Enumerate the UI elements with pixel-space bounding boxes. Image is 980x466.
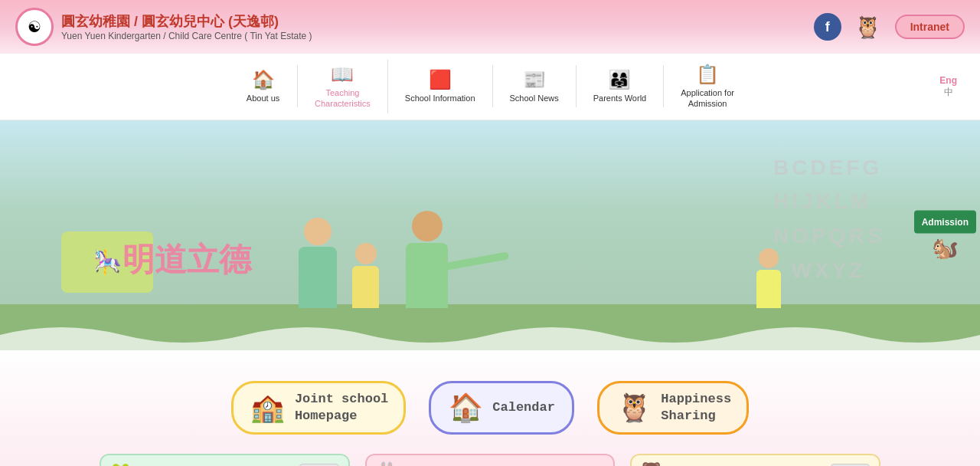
nav-item-school-info[interactable]: 🟥 School Information (388, 65, 493, 107)
below-hero-section: 🏫 Joint schoolHomepage 🏠 Calendar 🦉 Happ… (0, 350, 980, 466)
nav-item-parents-world[interactable]: 👨‍👩‍👧 Parents World (577, 65, 665, 107)
video-header-left: 🐰 Video (376, 461, 434, 466)
squirrel-icon: 🐿️ (932, 235, 959, 260)
hero-banner: BCDEFG HIJKLM NOPQRS WXYZ (0, 120, 980, 350)
school-news-icon: 📰 (523, 69, 546, 90)
logo-title: 圓玄幼稚園 / 圓玄幼兒中心 (天逸邨) (61, 12, 312, 31)
photos-panel: 🐻 Photos More... 📷 📷 📷 (630, 454, 880, 466)
school-info-label: School Information (405, 93, 475, 103)
logo-area: ☯ 圓玄幼稚園 / 圓玄幼兒中心 (天逸邨) Yuen Yuen Kinderg… (15, 8, 312, 46)
about-us-label: About us (247, 93, 279, 103)
about-us-icon: 🏠 (252, 69, 275, 90)
quick-links-row: 🏫 Joint schoolHomepage 🏠 Calendar 🦉 Happ… (0, 381, 980, 435)
nav-item-application[interactable]: 📋 Application forAdmission (664, 60, 751, 113)
photos-header-left: 🐻 Photos (641, 461, 707, 466)
joint-school-icon: 🏫 (249, 392, 287, 424)
figure-child (352, 266, 379, 308)
application-icon: 📋 (696, 64, 719, 85)
logo-subtitle: Yuen Yuen Kindergarten / Child Care Cent… (61, 31, 312, 41)
teaching-icon: 📖 (331, 64, 354, 85)
video-bunny-icon: 🐰 (376, 461, 397, 466)
video-panel-header: 🐰 Video (365, 454, 616, 466)
hero-chinese-text: 明道立德 (122, 238, 251, 281)
lang-cn[interactable]: 中 (944, 85, 953, 98)
logo-icon: ☯ (15, 8, 54, 46)
news-frog-icon: 🐸 (110, 461, 131, 466)
news-panel: 🐸 News More... 18.9.2023 The school is n… (100, 454, 350, 466)
admission-board-label[interactable]: Admission (914, 210, 976, 233)
hero-wave (0, 320, 980, 350)
school-news-label: School News (510, 93, 559, 103)
photos-panel-header: 🐻 Photos More... (630, 454, 880, 466)
nav-item-school-news[interactable]: 📰 School News (493, 65, 577, 107)
video-panel: 🐰 Video 2023-24年度圓玄幼稚園片 ⋮ (365, 454, 616, 466)
admission-side-button[interactable]: Admission 🐿️ (914, 210, 976, 260)
language-switcher: Eng 中 (939, 74, 957, 98)
happiness-label: HappinessSharing (661, 391, 731, 425)
calendar-icon: 🏠 (446, 392, 485, 424)
joint-school-label: Joint schoolHomepage (295, 391, 388, 425)
header: ☯ 圓玄幼稚園 / 圓玄幼兒中心 (天逸邨) Yuen Yuen Kinderg… (0, 0, 980, 54)
figure-child-2 (756, 270, 781, 308)
quick-link-joint-school[interactable]: 🏫 Joint schoolHomepage (231, 381, 406, 435)
school-info-icon: 🟥 (429, 69, 452, 90)
lang-eng[interactable]: Eng (939, 74, 957, 85)
photos-bear-icon: 🐻 (641, 461, 662, 466)
hero-scene: BCDEFG HIJKLM NOPQRS WXYZ (0, 120, 980, 350)
teaching-label: TeachingCharacteristics (315, 87, 371, 110)
quick-link-happiness[interactable]: 🦉 HappinessSharing (597, 381, 749, 435)
intranet-button[interactable]: Intranet (895, 15, 965, 39)
figure-adult-2 (406, 243, 448, 308)
parents-world-icon: 👨‍👩‍👧 (608, 69, 631, 90)
navigation-bar: 🏠 About us 📖 TeachingCharacteristics 🟥 S… (0, 54, 980, 120)
happiness-icon: 🦉 (615, 392, 653, 424)
nav-items: 🏠 About us 📖 TeachingCharacteristics 🟥 S… (229, 60, 751, 113)
bottom-panels: 🐸 News More... 18.9.2023 The school is n… (0, 454, 980, 466)
nav-item-about-us[interactable]: 🏠 About us (229, 65, 298, 107)
logo-symbol: ☯ (28, 18, 41, 36)
owl-mascot: 🦉 (853, 11, 884, 42)
news-header-left: 🐸 News (110, 461, 168, 466)
facebook-button[interactable]: f (814, 13, 841, 41)
parents-world-label: Parents World (593, 93, 647, 103)
header-right: f 🦉 Intranet (814, 11, 965, 42)
figure-adult-1 (299, 247, 337, 308)
news-panel-header: 🐸 News More... (100, 454, 350, 466)
application-label: Application forAdmission (681, 87, 734, 110)
nav-item-teaching[interactable]: 📖 TeachingCharacteristics (298, 60, 388, 113)
calendar-label: Calendar (492, 399, 555, 416)
quick-link-calendar[interactable]: 🏠 Calendar (429, 381, 574, 435)
logo-text-block: 圓玄幼稚園 / 圓玄幼兒中心 (天逸邨) Yuen Yuen Kindergar… (61, 12, 312, 41)
